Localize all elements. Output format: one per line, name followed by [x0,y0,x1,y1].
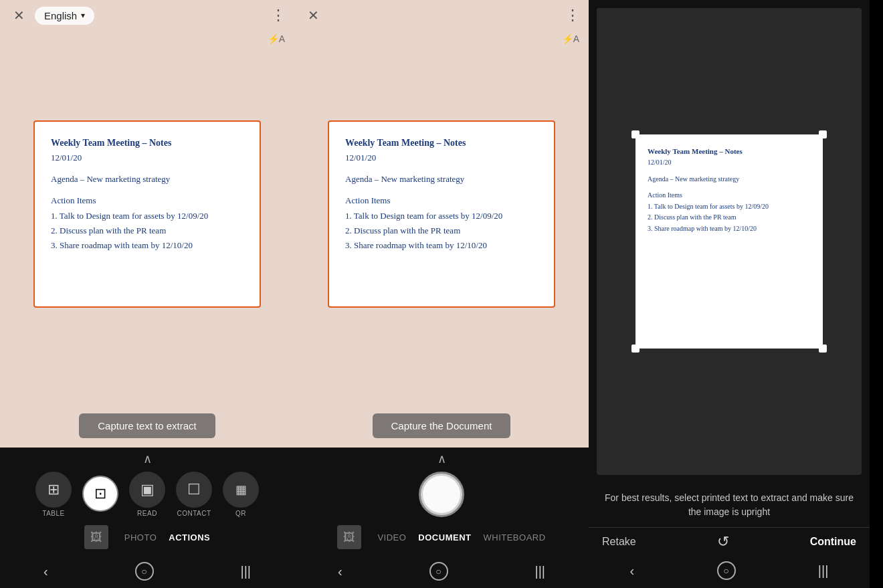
mid-recents-button[interactable]: ||| [534,564,545,579]
corner-tl [631,130,640,138]
mid-doc-date: 12/01/20 [345,151,538,165]
tab-whiteboard[interactable]: WHITEBOARD [483,532,545,543]
mid-close-button[interactable]: ✕ [302,5,324,26]
mid-capture-bar: Capture the Document [294,407,589,448]
actions-icon[interactable]: ⊡ [82,476,118,512]
mid-doc-action-3: 3. Share roadmap with team by 12/10/20 [345,238,538,253]
shutter-area [419,472,464,517]
shutter-button[interactable] [419,472,464,517]
mid-flash-button[interactable]: ⚡A [562,33,579,44]
retake-button[interactable]: Retake [602,536,636,548]
chevron-up-icon: ∧ [143,452,152,466]
mid-doc-action-1: 1. Talk to Design team for assets by 12/… [345,209,538,223]
mid-gallery-thumbnail[interactable]: 🖼 [337,525,361,549]
table-icon[interactable]: ⊞ [35,472,72,508]
qr-label: QR [235,510,246,517]
mode-qr[interactable]: ▦ QR [223,472,259,517]
mid-chevron-up-icon: ∧ [437,452,446,466]
document-preview-area: Weekly Team Meeting – Notes 12/01/20 Age… [597,8,862,475]
mid-doc-action-2: 2. Discuss plan with the PR team [345,223,538,238]
left-document-card: Weekly Team Meeting – Notes 12/01/20 Age… [33,120,261,308]
right-recents-button[interactable]: ||| [818,563,829,579]
continue-button[interactable]: Continue [810,536,856,548]
language-label: English [44,10,77,21]
mid-more-button[interactable]: ⋮ [565,7,581,24]
doc-action-1: 1. Talk to Design team for assets by 12/… [51,209,243,223]
doc-title: Weekly Team Meeting – Notes [51,135,243,151]
capture-document-button[interactable]: Capture the Document [373,413,511,438]
back-button[interactable]: ‹ [43,564,48,579]
doc-action-3: 3. Share roadmap with team by 12/10/20 [51,238,243,253]
preview-action-label: Action Items [648,190,811,201]
mode-icons-row: ⊞ TABLE ⊡ ▣ READ ☐ CONTACT ▦ QR [35,472,259,517]
left-panel: ✕ English ▾ ⋮ ⚡A Weekly Team Meeting – N… [0,0,294,588]
mode-read[interactable]: ▣ READ [129,472,165,517]
middle-panel: ✕ ⋮ ⚡A Weekly Team Meeting – Notes 12/01… [294,0,589,588]
doc-action-label: Action Items [51,193,243,208]
home-button[interactable]: ○ [135,562,154,581]
language-selector[interactable]: English ▾ [35,7,94,25]
right-home-button[interactable]: ○ [717,561,736,580]
mid-doc-action-label: Action Items [345,193,538,208]
tab-photo[interactable]: PHOTO [124,532,157,543]
preview-doc-agenda: Agenda – New marketing strategy [648,174,811,185]
left-bottom-nav: ∧ ⊞ TABLE ⊡ ▣ READ ☐ CONTACT ▦ QR [0,448,294,588]
qr-icon[interactable]: ▦ [223,472,259,508]
corner-br [819,345,827,353]
left-flash-button[interactable]: ⚡A [268,33,285,44]
preview-action-1: 1. Talk to Design team for assets by 12/… [648,201,811,213]
right-system-bar: ‹ ○ ||| [589,556,870,588]
rotate-icon[interactable]: ↺ [717,533,729,551]
mid-doc-agenda: Agenda – New marketing strategy [345,172,538,187]
preview-action-2: 2. Discuss plan with the PR team [648,212,811,223]
mid-system-bar: ‹ ○ ||| [294,555,589,588]
doc-date: 12/01/20 [51,151,243,165]
tab-actions[interactable]: ACTIONS [169,532,210,543]
chevron-down-icon: ▾ [81,11,85,20]
mid-document-card: Weekly Team Meeting – Notes 12/01/20 Age… [328,120,555,308]
right-back-button[interactable]: ‹ [630,563,635,579]
doc-action-2: 2. Discuss plan with the PR team [51,223,243,238]
mid-doc-title: Weekly Team Meeting – Notes [345,135,538,151]
mid-header: ✕ ⋮ [294,0,589,31]
mid-tabs-row: 🖼 VIDEO DOCUMENT WHITEBOARD [337,525,545,549]
right-action-bar: Retake ↺ Continue [589,527,870,556]
tab-document[interactable]: DOCUMENT [418,532,471,543]
preview-doc-date: 12/01/20 [648,157,811,169]
mode-actions-selected[interactable]: ⊡ [82,476,118,514]
corner-tr [819,130,827,138]
left-system-bar: ‹ ○ ||| [0,555,294,588]
read-icon[interactable]: ▣ [129,472,165,508]
recents-button[interactable]: ||| [240,564,251,579]
doc-agenda: Agenda – New marketing strategy [51,172,243,187]
left-more-button[interactable]: ⋮ [271,7,286,24]
corner-bl [631,345,640,353]
preview-action-3: 3. Share roadmap with team by 12/10/20 [648,223,811,235]
mode-contact[interactable]: ☐ CONTACT [176,472,212,517]
shutter-inner [423,476,460,513]
left-capture-bar: Capture text to extract [0,407,294,448]
preview-doc-title: Weekly Team Meeting – Notes [648,145,811,157]
preview-document: Weekly Team Meeting – Notes 12/01/20 Age… [635,134,823,349]
tab-video[interactable]: VIDEO [377,532,406,543]
mid-back-button[interactable]: ‹ [338,564,342,579]
mode-table[interactable]: ⊞ TABLE [35,472,72,517]
right-panel: Weekly Team Meeting – Notes 12/01/20 Age… [589,0,870,588]
left-tabs-row: 🖼 PHOTO ACTIONS [84,525,211,549]
table-label: TABLE [42,510,64,517]
hint-text: For best results, select printed text to… [589,483,870,527]
left-close-button[interactable]: ✕ [8,5,29,26]
capture-text-button[interactable]: Capture text to extract [79,413,215,438]
read-label: READ [137,510,157,517]
left-header: ✕ English ▾ ⋮ [0,0,294,31]
contact-label: CONTACT [177,510,211,517]
gallery-thumbnail[interactable]: 🖼 [84,525,108,549]
mid-home-button[interactable]: ○ [429,562,448,581]
contact-icon[interactable]: ☐ [176,472,212,508]
mid-bottom-nav: ∧ 🖼 VIDEO DOCUMENT WHITEBOARD ‹ ○ ||| [294,448,589,588]
